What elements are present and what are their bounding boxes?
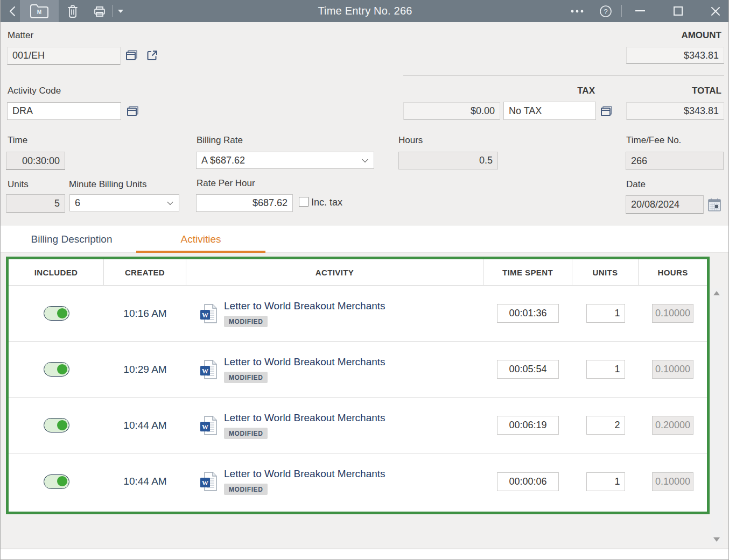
activity-code-field[interactable]: DRA	[7, 102, 121, 120]
units-input[interactable]	[586, 360, 625, 379]
help-button[interactable]: ?	[596, 0, 615, 22]
minimize-button[interactable]	[628, 0, 652, 22]
printer-icon	[93, 5, 106, 18]
column-header-time-spent[interactable]: TIME SPENT	[483, 259, 572, 285]
time-spent-input[interactable]	[497, 416, 559, 435]
time-spent-input[interactable]	[497, 304, 559, 323]
time-spent-input[interactable]	[497, 360, 559, 379]
tab-bar: Billing Description Activities	[1, 225, 729, 253]
scroll-down-arrow-icon[interactable]	[713, 537, 720, 542]
ellipsis-icon	[571, 10, 584, 13]
tab-activities[interactable]: Activities	[136, 225, 265, 253]
minimize-icon	[635, 10, 645, 12]
matter-browse-button[interactable]	[125, 49, 138, 62]
help-icon: ?	[599, 5, 612, 18]
activities-grid: INCLUDED CREATED ACTIVITY TIME SPENT UNI…	[6, 257, 710, 514]
tax-browse-button[interactable]	[600, 105, 613, 118]
word-document-icon: W	[200, 359, 218, 380]
delete-button[interactable]	[63, 0, 82, 22]
title-bar: M	[1, 0, 729, 22]
minute-billing-units-select[interactable]: 6	[69, 194, 179, 211]
units-input[interactable]	[586, 304, 625, 323]
total-value: $343.81	[626, 102, 724, 119]
hours-value: 0.10000	[652, 360, 693, 379]
time-fee-no-value: 266	[626, 152, 724, 170]
matter-folder-icon: M	[30, 4, 49, 19]
print-button[interactable]	[90, 0, 109, 22]
hours-value: 0.20000	[652, 416, 693, 435]
billing-rate-select[interactable]: A $687.62	[196, 152, 374, 169]
time-value: 00:30:00	[6, 152, 65, 170]
rate-per-hour-label: Rate Per Hour	[197, 178, 255, 189]
bottom-strip	[1, 549, 729, 560]
activity-title[interactable]: Letter to World Breakout Merchants	[224, 468, 385, 480]
table-row: 10:44 AM W Letter to World Breakout Merc…	[9, 398, 707, 453]
activity-title[interactable]: Letter to World Breakout Merchants	[224, 300, 385, 312]
back-button[interactable]	[5, 0, 20, 22]
activity-code-label: Activity Code	[8, 86, 61, 96]
column-header-included[interactable]: INCLUDED	[9, 259, 104, 285]
activity-title[interactable]: Letter to World Breakout Merchants	[224, 356, 385, 368]
open-matter-button[interactable]	[146, 49, 158, 61]
time-fee-no-label: Time/Fee No.	[626, 135, 681, 146]
chevron-left-icon	[9, 5, 16, 17]
column-header-hours[interactable]: HOURS	[639, 259, 707, 285]
external-link-icon	[146, 50, 158, 61]
matter-folder-button[interactable]: M	[22, 0, 57, 22]
maximize-button[interactable]	[666, 0, 690, 22]
total-label: TOTAL	[692, 86, 721, 96]
rate-per-hour-field[interactable]: $687.62	[196, 194, 293, 212]
activity-code-browse-button[interactable]	[126, 105, 139, 118]
included-toggle[interactable]	[44, 474, 69, 489]
toggle-knob-icon	[57, 364, 67, 374]
billing-rate-value: A $687.62	[201, 155, 245, 166]
included-toggle[interactable]	[44, 306, 69, 321]
included-toggle[interactable]	[44, 362, 69, 377]
activities-panel: INCLUDED CREATED ACTIVITY TIME SPENT UNI…	[1, 253, 729, 549]
created-time: 10:16 AM	[123, 308, 166, 320]
chevron-down-icon	[167, 199, 173, 205]
time-label: Time	[8, 135, 27, 146]
browse-windows-icon	[125, 49, 138, 62]
column-header-activity[interactable]: ACTIVITY	[186, 259, 483, 285]
more-options-button[interactable]	[567, 0, 587, 22]
created-time: 10:44 AM	[123, 420, 166, 431]
window-title: Time Entry No. 266	[1, 0, 729, 22]
matter-field[interactable]: 001/EH	[7, 47, 121, 65]
created-time: 10:44 AM	[123, 476, 166, 487]
svg-text:W: W	[202, 311, 208, 318]
hours-value: 0.10000	[652, 304, 693, 323]
units-input[interactable]	[586, 472, 625, 491]
toggle-knob-icon	[57, 308, 67, 318]
tax-code-field[interactable]: No TAX	[503, 102, 596, 120]
scroll-up-arrow-icon[interactable]	[713, 291, 720, 295]
units-value: 5	[6, 194, 65, 212]
date-picker-button[interactable]	[707, 197, 721, 211]
table-row: 10:29 AM W Letter to World Breakout Merc…	[9, 342, 707, 398]
activity-title[interactable]: Letter to World Breakout Merchants	[224, 412, 385, 424]
units-input[interactable]	[586, 416, 625, 435]
hours-value: 0.10000	[652, 472, 693, 491]
column-header-units[interactable]: UNITS	[572, 259, 639, 285]
toolbar-divider	[112, 5, 113, 17]
included-toggle[interactable]	[44, 418, 69, 433]
grid-body: 10:16 AM W Letter to World Breakout Merc…	[9, 286, 707, 509]
tab-billing-description[interactable]: Billing Description	[7, 225, 136, 253]
maximize-icon	[674, 6, 683, 16]
column-header-created[interactable]: CREATED	[104, 259, 186, 285]
inc-tax-label: Inc. tax	[311, 197, 342, 208]
date-field[interactable]: 20/08/2024	[626, 195, 704, 214]
word-document-icon: W	[200, 415, 218, 436]
matter-label: Matter	[8, 30, 33, 41]
close-button[interactable]	[704, 0, 727, 22]
print-dropdown-button[interactable]	[114, 0, 128, 22]
tax-label: TAX	[577, 86, 595, 96]
time-entry-window: M	[0, 0, 729, 560]
vertical-scrollbar[interactable]	[711, 288, 723, 545]
minute-billing-units-label: Minute Billing Units	[69, 179, 147, 190]
minute-billing-units-value: 6	[75, 197, 80, 209]
svg-text:?: ?	[604, 7, 607, 15]
word-document-icon: W	[200, 471, 218, 492]
inc-tax-checkbox[interactable]	[299, 197, 309, 207]
time-spent-input[interactable]	[497, 472, 559, 491]
